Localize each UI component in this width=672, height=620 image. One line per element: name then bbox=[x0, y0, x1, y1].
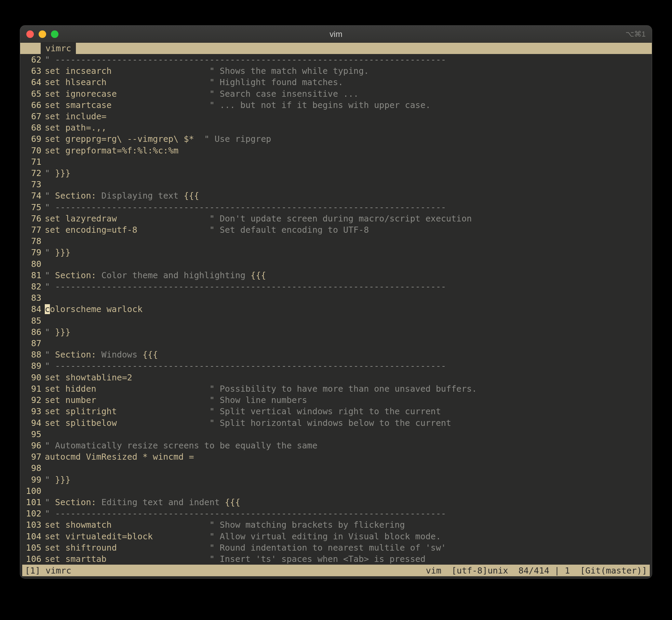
line-content: " }}} bbox=[45, 326, 70, 338]
line-content bbox=[45, 338, 50, 349]
code-line[interactable]: 80 bbox=[20, 258, 652, 270]
code-line[interactable]: 89" ------------------------------------… bbox=[20, 360, 652, 372]
tab-vimrc[interactable]: vimrc bbox=[41, 43, 76, 54]
line-content: " --------------------------------------… bbox=[45, 202, 446, 213]
line-number: 106 bbox=[20, 553, 45, 565]
code-line[interactable]: 106set smarttab " Insert 'ts' spaces whe… bbox=[20, 553, 652, 565]
line-content: set smarttab " Insert 'ts' spaces when <… bbox=[45, 553, 426, 565]
line-number: 97 bbox=[20, 451, 45, 462]
line-number: 85 bbox=[20, 315, 45, 326]
line-content: " --------------------------------------… bbox=[45, 360, 446, 372]
code-line[interactable]: 104set virtualedit=block " Allow virtual… bbox=[20, 531, 652, 542]
code-line[interactable]: 73 bbox=[20, 179, 652, 190]
code-line[interactable]: 105set shiftround " Round indentation to… bbox=[20, 542, 652, 553]
line-number: 99 bbox=[20, 474, 45, 485]
code-line[interactable]: 79" }}} bbox=[20, 247, 652, 258]
code-line[interactable]: 78 bbox=[20, 235, 652, 247]
line-number: 95 bbox=[20, 429, 45, 440]
code-line[interactable]: 90set showtabline=2 bbox=[20, 372, 652, 383]
line-content bbox=[45, 179, 50, 190]
line-content: set grepprg=rg\ --vimgrep\ $* " Use ripg… bbox=[45, 133, 271, 145]
status-left: [1] vimrc bbox=[25, 566, 71, 576]
code-line[interactable]: 72" }}} bbox=[20, 167, 652, 179]
close-icon[interactable] bbox=[26, 30, 34, 38]
line-content: colorscheme warlock bbox=[45, 304, 143, 315]
code-line[interactable]: 70set grepformat=%f:%l:%c:%m bbox=[20, 145, 652, 156]
line-number: 92 bbox=[20, 394, 45, 406]
line-number: 104 bbox=[20, 531, 45, 542]
cursor: c bbox=[45, 304, 50, 314]
line-content bbox=[45, 462, 50, 474]
window-title: vim bbox=[20, 29, 652, 39]
editor-area[interactable]: 62" ------------------------------------… bbox=[20, 54, 652, 565]
code-line[interactable]: 103set showmatch " Show matching bracket… bbox=[20, 519, 652, 530]
code-line[interactable]: 95 bbox=[20, 429, 652, 440]
code-line[interactable]: 101" Section: Editing text and indent {{… bbox=[20, 497, 652, 508]
code-line[interactable]: 74" Section: Displaying text {{{ bbox=[20, 190, 652, 201]
line-number: 67 bbox=[20, 111, 45, 122]
code-line[interactable]: 82" ------------------------------------… bbox=[20, 281, 652, 292]
code-line[interactable]: 67set include= bbox=[20, 111, 652, 122]
code-line[interactable]: 68set path=.,, bbox=[20, 122, 652, 133]
line-content: set virtualedit=block " Allow virtual ed… bbox=[45, 531, 441, 542]
code-line[interactable]: 71 bbox=[20, 156, 652, 167]
line-number: 88 bbox=[20, 349, 45, 360]
line-content: " }}} bbox=[45, 167, 70, 179]
code-line[interactable]: 81" Section: Color theme and highlightin… bbox=[20, 270, 652, 281]
code-line[interactable]: 63set incsearch " Shows the match while … bbox=[20, 65, 652, 77]
line-number: 96 bbox=[20, 440, 45, 451]
code-line[interactable]: 100 bbox=[20, 485, 652, 497]
code-line[interactable]: 93set splitright " Split vertical window… bbox=[20, 406, 652, 417]
zoom-icon[interactable] bbox=[51, 30, 58, 38]
code-line[interactable]: 91set hidden " Possibility to have more … bbox=[20, 383, 652, 394]
line-number: 62 bbox=[20, 54, 45, 65]
line-number: 79 bbox=[20, 247, 45, 258]
code-line[interactable]: 62" ------------------------------------… bbox=[20, 54, 652, 65]
line-content: set splitright " Split vertical windows … bbox=[45, 406, 441, 417]
line-number: 63 bbox=[20, 65, 45, 77]
line-content bbox=[45, 429, 50, 440]
code-line[interactable]: 65set ignorecase " Search case insensiti… bbox=[20, 88, 652, 99]
line-number: 78 bbox=[20, 235, 45, 247]
code-line[interactable]: 98 bbox=[20, 462, 652, 474]
code-line[interactable]: 64set hlsearch " Highlight found matches… bbox=[20, 77, 652, 88]
line-content: set lazyredraw " Don't update screen dur… bbox=[45, 213, 472, 224]
code-line[interactable]: 86" }}} bbox=[20, 326, 652, 338]
code-line[interactable]: 66set smartcase " ... but not if it begi… bbox=[20, 99, 652, 111]
code-line[interactable]: 75" ------------------------------------… bbox=[20, 202, 652, 213]
code-line[interactable]: 83 bbox=[20, 292, 652, 304]
code-line[interactable]: 92set number " Show line numbers bbox=[20, 394, 652, 406]
line-content: set showmatch " Show matching brackets b… bbox=[45, 519, 405, 530]
line-content: autocmd VimResized * wincmd = bbox=[45, 451, 194, 462]
line-number: 86 bbox=[20, 326, 45, 338]
code-line[interactable]: 76set lazyredraw " Don't update screen d… bbox=[20, 213, 652, 224]
traffic-lights bbox=[26, 30, 58, 38]
line-content: set hidden " Possibility to have more th… bbox=[45, 383, 477, 394]
line-content bbox=[45, 485, 50, 497]
line-content: " --------------------------------------… bbox=[45, 508, 446, 519]
line-content: " Section: Windows {{{ bbox=[45, 349, 158, 360]
line-number: 76 bbox=[20, 213, 45, 224]
statusline: [1] vimrc vim [utf-8]unix 84/414 | 1 [Gi… bbox=[22, 565, 650, 576]
line-content: set smartcase " ... but not if it begins… bbox=[45, 99, 431, 111]
code-line[interactable]: 88" Section: Windows {{{ bbox=[20, 349, 652, 360]
code-line[interactable]: 99" }}} bbox=[20, 474, 652, 485]
code-line[interactable]: 77set encoding=utf-8 " Set default encod… bbox=[20, 224, 652, 235]
code-line[interactable]: 87 bbox=[20, 338, 652, 349]
code-line[interactable]: 97autocmd VimResized * wincmd = bbox=[20, 451, 652, 462]
code-line[interactable]: 96" Automatically resize screens to be e… bbox=[20, 440, 652, 451]
line-content bbox=[45, 258, 50, 270]
code-line[interactable]: 94set splitbelow " Split horizontal wind… bbox=[20, 417, 652, 429]
line-content: set hlsearch " Highlight found matches. bbox=[45, 77, 343, 88]
code-line[interactable]: 85 bbox=[20, 315, 652, 326]
code-line[interactable]: 84colorscheme warlock bbox=[20, 304, 652, 315]
minimize-icon[interactable] bbox=[39, 30, 46, 38]
line-number: 69 bbox=[20, 133, 45, 145]
code-line[interactable]: 69set grepprg=rg\ --vimgrep\ $* " Use ri… bbox=[20, 133, 652, 145]
line-content bbox=[45, 156, 50, 167]
line-number: 90 bbox=[20, 372, 45, 383]
line-content: set ignorecase " Search case insensitive… bbox=[45, 88, 359, 99]
line-number: 101 bbox=[20, 497, 45, 508]
code-line[interactable]: 102" -----------------------------------… bbox=[20, 508, 652, 519]
line-number: 89 bbox=[20, 360, 45, 372]
